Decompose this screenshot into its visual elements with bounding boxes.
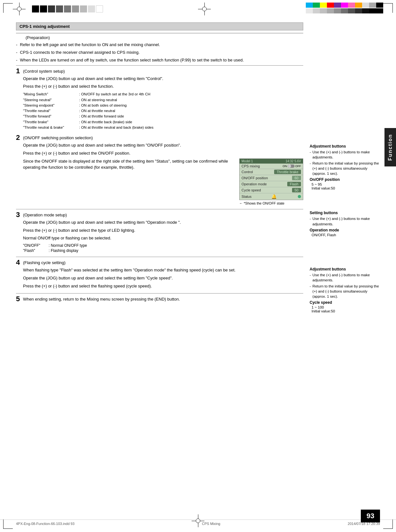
page-number: 93: [361, 510, 380, 522]
step5-text: When ending setting, return to the Mixin…: [23, 296, 180, 301]
lcd-label-onoff: ON/OFF position: [242, 176, 268, 180]
color-bar-bottom: [306, 8, 383, 13]
mode-row-1: "Flash" : Flashing display: [23, 248, 303, 253]
step4-right-btext-2: Return to the initial value by pressing …: [313, 284, 380, 299]
sq2: [40, 5, 47, 12]
mode-val-0: : Normal ON/OFF type: [49, 243, 87, 248]
lcd-value-opmode: Flash: [287, 182, 301, 186]
c8: [355, 3, 362, 8]
step3-right-title: Setting buttons: [310, 211, 380, 215]
step4-right-bullet-2: - Return to the initial value by pressin…: [310, 284, 380, 299]
top-marks: [0, 0, 396, 19]
c3: [320, 3, 327, 8]
step1-options: "Mixing Switch" : ON/OFF by switch set a…: [23, 92, 303, 130]
corner-mark-top-left: [3, 3, 13, 13]
status-icon: 🔔: [271, 194, 277, 199]
step4-cycle-range: 1 ~ 100: [310, 305, 380, 309]
bullet-item-3: - When the LEDs are turned on and off by…: [16, 57, 303, 63]
cb1: [306, 8, 313, 13]
cb4: [327, 8, 334, 13]
ch-circle2: [202, 7, 207, 11]
opt-row-3: "Throttle neutral" : ON at throttle neut…: [23, 108, 303, 114]
toggle-track: [288, 165, 295, 168]
lcd-row-cps: CPS mixing ON OFF: [240, 164, 303, 169]
opt-row-2: "Steering endpoint" : ON at both sides o…: [23, 103, 303, 108]
rdash-3: -: [310, 216, 311, 226]
opt-val-3: : ON at throttle neutral: [79, 108, 303, 114]
step4-title: (Flashing cycle setting): [23, 260, 66, 265]
step3-title: (Operation mode setup): [23, 212, 67, 217]
step1-number: 1: [16, 68, 20, 75]
bullet-text-3: When the LEDs are turned on and off by s…: [20, 57, 244, 63]
opt-val-6: : ON at throttle neutral and back (brake…: [79, 125, 303, 130]
right-column: Adjustment buttons - Use the (+) and (-)…: [310, 22, 380, 318]
divider-1: [16, 65, 303, 66]
header-divider: [16, 33, 303, 33]
opt-key-3: "Throttle neutral": [23, 108, 79, 114]
step2-para3: Since the ON/OFF state is displayed at t…: [23, 158, 236, 171]
lcd-value-onoff: 60: [292, 176, 301, 180]
step4-right-section: Adjustment buttons - Use the (+) and (-)…: [310, 267, 380, 313]
color-bar-top: [306, 3, 383, 8]
lcd-header-right: 14:32 5.6V: [286, 159, 301, 163]
step5-section: 5 When ending setting, return to the Mix…: [16, 295, 303, 302]
bullet-item-2: - CPS-1 connects to the receiver channel…: [16, 50, 303, 55]
mode-val-1: : Flashing display: [49, 248, 78, 253]
step2-text: Since the ON/OFF state is displayed at t…: [23, 158, 236, 173]
opt-row-5: "Throttle brake" : ON at throttle back (…: [23, 119, 303, 125]
cb7: [348, 8, 355, 13]
step3-number: 3: [16, 211, 20, 218]
footer-center: CPS Mixing: [75, 522, 348, 526]
opt-key-1: "Steering neutral": [23, 97, 79, 103]
sq6: [72, 5, 79, 12]
opt-key-4: "Throttle forward": [23, 114, 79, 119]
sq4: [56, 5, 63, 12]
rdash-2: -: [310, 161, 311, 176]
right-spacer-2: [310, 195, 380, 211]
step4-cycle-initial: Initial value:50: [310, 309, 380, 313]
bullet-item-1: - Refer to the left page and set the fun…: [16, 42, 303, 48]
step3-section: 3 (Operation mode setup) Operate the (JO…: [16, 211, 303, 253]
c1: [306, 3, 313, 8]
step2-flex: Since the ON/OFF state is displayed at t…: [23, 158, 303, 205]
step2-right-bullet-2: - Return to the initial value by pressin…: [310, 161, 380, 176]
note-arrow: ←: [239, 201, 243, 205]
opt-key-5: "Throttle brake": [23, 119, 79, 125]
dash-1: -: [16, 42, 17, 48]
lcd-row-opmode: Operation mode Flash: [240, 181, 303, 187]
page-container: CPS-1 mixing adjustment (Preparation) - …: [0, 0, 396, 532]
lcd-label-cps: CPS mixing: [242, 164, 260, 168]
dash-3: -: [16, 57, 17, 63]
step2-title: (ON/OFF switching position selection): [23, 135, 93, 140]
step2-position-range: 5 ~ 95: [310, 182, 380, 186]
step4-para2: Operate the (JOG) button up and down and…: [23, 275, 303, 281]
c7: [348, 3, 355, 8]
opt-key-2: "Steering endpoint": [23, 103, 79, 108]
sq3: [48, 5, 55, 12]
step4-number: 4: [16, 259, 20, 266]
step1-para1: Operate the (JOG) button up and down and…: [23, 76, 303, 82]
step2-section: 2 (ON/OFF switching position selection) …: [16, 134, 303, 205]
c6: [341, 3, 348, 8]
color-bars-right: [306, 3, 383, 13]
dash-2: -: [16, 50, 17, 55]
c4: [327, 3, 334, 8]
rdash-5: -: [310, 284, 311, 299]
cb9: [362, 8, 369, 13]
step2-panel: Model 1 14:32 5.6V CPS mixing ON: [239, 158, 303, 205]
preparation-text: (Preparation): [16, 35, 303, 40]
bullet-list: - Refer to the left page and set the fun…: [16, 42, 303, 63]
rdash-1: -: [310, 149, 311, 160]
step2-para1: Operate the (JOG) button up and down and…: [23, 142, 303, 149]
ch-circle: [17, 7, 21, 11]
rdash-4: -: [310, 272, 311, 283]
step3-right-btext-1: Use the (+) and (-) buttons to make adju…: [313, 216, 380, 226]
c9: [362, 3, 369, 8]
sq8: [88, 5, 95, 12]
step2-number: 2: [16, 134, 20, 141]
mode-key-0: "ON/OFF": [23, 243, 45, 248]
divider-3: [16, 257, 303, 257]
opt-row-0: "Mixing Switch" : ON/OFF by switch set a…: [23, 92, 303, 97]
lcd-label-status: Status: [242, 195, 251, 198]
step2-body: Operate the (JOG) button up and down and…: [16, 142, 303, 205]
